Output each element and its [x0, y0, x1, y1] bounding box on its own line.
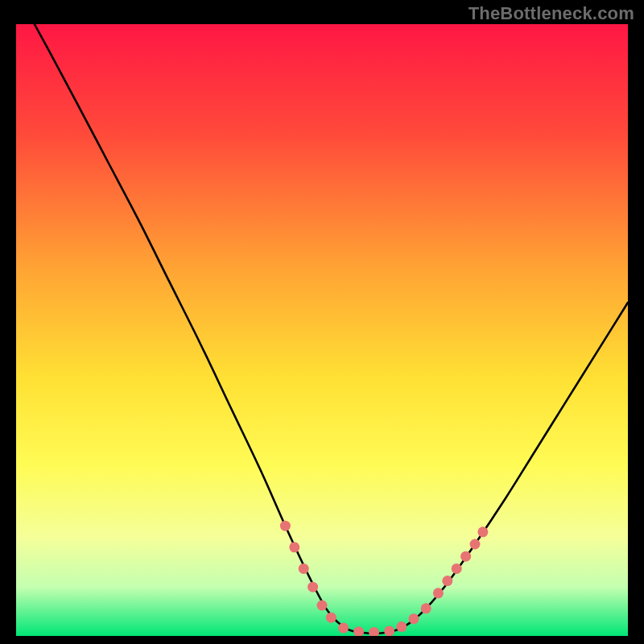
data-marker [384, 625, 394, 636]
data-marker [470, 539, 481, 550]
data-marker [308, 582, 318, 592]
plot-frame [16, 24, 628, 636]
data-marker [477, 526, 488, 537]
data-marker [338, 623, 349, 634]
data-marker [326, 613, 336, 623]
data-marker [396, 621, 407, 632]
watermark-text: TheBottleneck.com [469, 3, 634, 24]
data-marker [317, 601, 328, 611]
data-marker [421, 603, 431, 613]
data-marker [433, 588, 444, 598]
data-marker [369, 627, 379, 636]
data-marker [353, 626, 364, 636]
data-marker [409, 613, 419, 624]
data-marker [299, 564, 309, 574]
data-marker [289, 542, 299, 552]
data-marker [442, 576, 452, 586]
marker-group [280, 521, 488, 636]
data-marker [452, 564, 462, 574]
curve-overlay [16, 24, 628, 636]
data-marker [280, 521, 291, 531]
data-marker [460, 551, 471, 562]
bottleneck-curve-path [35, 24, 628, 634]
